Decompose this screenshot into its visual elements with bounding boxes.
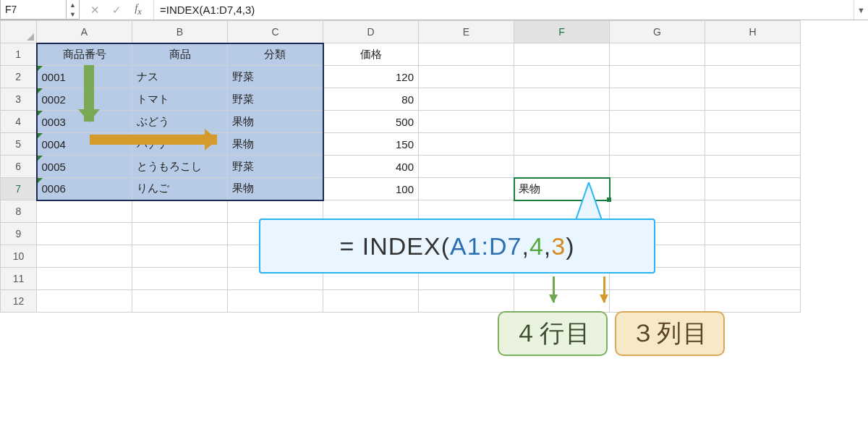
cell-F3[interactable] xyxy=(514,88,610,111)
cell-G2[interactable] xyxy=(610,66,705,88)
row-header-12[interactable]: 12 xyxy=(1,290,37,313)
cell-A1[interactable]: 商品番号 xyxy=(37,43,132,66)
cell-C4[interactable]: 果物 xyxy=(228,111,323,133)
row-header-7[interactable]: 7 xyxy=(1,178,37,200)
cell-A8[interactable] xyxy=(37,200,132,223)
cell-F4[interactable] xyxy=(514,111,610,133)
cell-F2[interactable] xyxy=(514,66,610,88)
formula-callout: = INDEX( A1:D7 , 4 , 3 ) xyxy=(259,219,655,274)
col-header-A[interactable]: A xyxy=(37,21,132,43)
cell-F6[interactable] xyxy=(514,156,610,178)
cell-C6[interactable]: 野菜 xyxy=(228,156,323,178)
row-header-1[interactable]: 1 xyxy=(1,43,37,66)
enter-icon[interactable]: ✓ xyxy=(110,4,123,17)
formula-input[interactable]: =INDEX(A1:D7,4,3) xyxy=(154,0,854,20)
cell-F5[interactable] xyxy=(514,133,610,156)
cancel-icon[interactable]: ✕ xyxy=(88,4,101,17)
col-header-C[interactable]: C xyxy=(228,21,323,43)
cell-B1[interactable]: 商品 xyxy=(132,43,228,66)
cell-D4[interactable]: 500 xyxy=(323,111,419,133)
cell-C7[interactable]: 果物 xyxy=(228,178,323,200)
callout-col: 3 xyxy=(551,232,566,260)
col-header-B[interactable]: B xyxy=(132,21,228,43)
callout-close: ) xyxy=(566,232,574,260)
callout-range: A1:D7 xyxy=(450,232,522,260)
name-box-stepper[interactable]: ▲ ▼ xyxy=(67,0,80,20)
callout-comma2: , xyxy=(544,232,551,260)
cell-G3[interactable] xyxy=(610,88,705,111)
cell-D7[interactable]: 100 xyxy=(323,178,419,200)
row-header-10[interactable]: 10 xyxy=(1,245,37,268)
cell-E5[interactable] xyxy=(419,133,514,156)
cell-G1[interactable] xyxy=(610,43,705,66)
row-header-6[interactable]: 6 xyxy=(1,156,37,178)
row-header-8[interactable]: 8 xyxy=(1,200,37,223)
col-label-text: ３列目 xyxy=(631,317,709,350)
row-label-text: ４行目 xyxy=(514,317,592,350)
cell-C3[interactable]: 野菜 xyxy=(228,88,323,111)
row-header-5[interactable]: 5 xyxy=(1,133,37,156)
cell-G5[interactable] xyxy=(610,133,705,156)
cell-A5[interactable]: 0004 xyxy=(37,133,132,156)
cell-B6[interactable]: とうもろこし xyxy=(132,156,228,178)
stepper-down-icon[interactable]: ▼ xyxy=(67,9,79,19)
cell-H4[interactable] xyxy=(705,111,801,133)
callout-row-arrow-icon xyxy=(553,276,555,302)
row-header-2[interactable]: 2 xyxy=(1,66,37,88)
select-all-corner[interactable] xyxy=(1,21,37,43)
cell-D6[interactable]: 400 xyxy=(323,156,419,178)
cell-H2[interactable] xyxy=(705,66,801,88)
row-header-4[interactable]: 4 xyxy=(1,111,37,133)
col-header-F[interactable]: F xyxy=(514,21,610,43)
col-label-box: ３列目 xyxy=(615,311,725,356)
cell-A3[interactable]: 0002 xyxy=(37,88,132,111)
row-header-3[interactable]: 3 xyxy=(1,88,37,111)
formula-expand-icon[interactable]: ▼ xyxy=(854,0,868,20)
cell-F1[interactable] xyxy=(514,43,610,66)
callout-row: 4 xyxy=(529,232,544,260)
cell-C2[interactable]: 野菜 xyxy=(228,66,323,88)
cell-A6[interactable]: 0005 xyxy=(37,156,132,178)
col-header-E[interactable]: E xyxy=(419,21,514,43)
cell-C5[interactable]: 果物 xyxy=(228,133,323,156)
cell-B3[interactable]: トマト xyxy=(132,88,228,111)
cell-D2[interactable]: 120 xyxy=(323,66,419,88)
row-label-box: ４行目 xyxy=(498,311,608,356)
cell-G6[interactable] xyxy=(610,156,705,178)
cell-D5[interactable]: 150 xyxy=(323,133,419,156)
col-header-G[interactable]: G xyxy=(610,21,705,43)
cell-H3[interactable] xyxy=(705,88,801,111)
cell-D1[interactable]: 価格 xyxy=(323,43,419,66)
formula-bar: F7 ▲ ▼ ✕ ✓ fx =INDEX(A1:D7,4,3) ▼ xyxy=(0,0,868,20)
row-header-9[interactable]: 9 xyxy=(1,223,37,245)
cell-H1[interactable] xyxy=(705,43,801,66)
cell-E7[interactable] xyxy=(419,178,514,200)
cell-E4[interactable] xyxy=(419,111,514,133)
cell-A2[interactable]: 0001 xyxy=(37,66,132,88)
cell-E2[interactable] xyxy=(419,66,514,88)
cell-E6[interactable] xyxy=(419,156,514,178)
stepper-up-icon[interactable]: ▲ xyxy=(67,0,79,9)
callout-pointer-icon xyxy=(576,182,602,220)
cell-B4[interactable]: ぶどう xyxy=(132,111,228,133)
cell-B5[interactable]: バナナ xyxy=(132,133,228,156)
cell-H6[interactable] xyxy=(705,156,801,178)
col-header-D[interactable]: D xyxy=(323,21,419,43)
name-box[interactable]: F7 xyxy=(0,0,67,20)
cell-D3[interactable]: 80 xyxy=(323,88,419,111)
callout-col-arrow-icon xyxy=(603,276,605,302)
cell-A4[interactable]: 0003 xyxy=(37,111,132,133)
fx-icon[interactable]: fx xyxy=(132,2,145,17)
col-header-H[interactable]: H xyxy=(705,21,801,43)
cell-G7[interactable] xyxy=(610,178,705,200)
cell-E1[interactable] xyxy=(419,43,514,66)
cell-G4[interactable] xyxy=(610,111,705,133)
cell-E3[interactable] xyxy=(419,88,514,111)
cell-A7[interactable]: 0006 xyxy=(37,178,132,200)
row-header-11[interactable]: 11 xyxy=(1,268,37,290)
cell-H5[interactable] xyxy=(705,133,801,156)
cell-H7[interactable] xyxy=(705,178,801,200)
cell-B2[interactable]: ナス xyxy=(132,66,228,88)
cell-C1[interactable]: 分類 xyxy=(228,43,323,66)
cell-B7[interactable]: りんご xyxy=(132,178,228,200)
